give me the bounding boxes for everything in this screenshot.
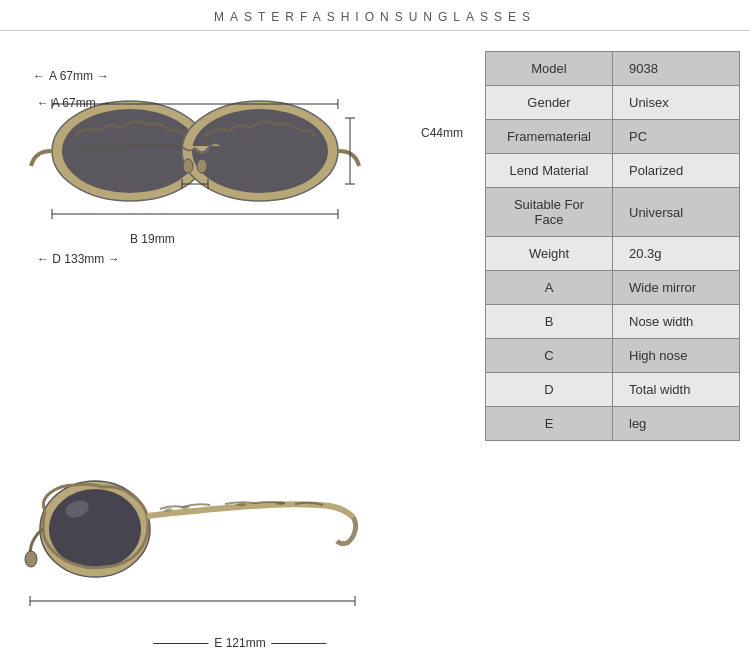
spec-label: C	[486, 339, 613, 373]
spec-label: D	[486, 373, 613, 407]
spec-value: Nose width	[613, 305, 740, 339]
spec-value: Total width	[613, 373, 740, 407]
spec-value: Polarized	[613, 154, 740, 188]
svg-point-5	[197, 159, 207, 173]
left-diagram-section: ← A 67mm →	[0, 31, 480, 666]
spec-label: Suitable For Face	[486, 188, 613, 237]
dim-e-text: E 121mm	[153, 636, 326, 650]
spec-label: A	[486, 271, 613, 305]
dim-c-text: C44mm	[421, 126, 463, 140]
table-row: Suitable For FaceUniversal	[486, 188, 740, 237]
top-view-diagram: ← A 67mm →	[15, 41, 465, 301]
spec-label: Model	[486, 52, 613, 86]
table-row: FramematerialPC	[486, 120, 740, 154]
spec-value: High nose	[613, 339, 740, 373]
spec-label: Lend Material	[486, 154, 613, 188]
spec-label: E	[486, 407, 613, 441]
table-row: CHigh nose	[486, 339, 740, 373]
spec-label: Framematerial	[486, 120, 613, 154]
table-row: Model9038	[486, 52, 740, 86]
main-content: ← A 67mm →	[0, 31, 750, 666]
spec-value: Unisex	[613, 86, 740, 120]
dim-b-text: B 19mm	[130, 232, 175, 246]
table-row: DTotal width	[486, 373, 740, 407]
spec-value: Wide mirror	[613, 271, 740, 305]
table-row: Eleg	[486, 407, 740, 441]
table-row: GenderUnisex	[486, 86, 740, 120]
spec-value: PC	[613, 120, 740, 154]
dim-d-text: ← D 133mm →	[37, 252, 120, 266]
specifications-table: Model9038GenderUnisexFramematerialPCLend…	[485, 51, 740, 441]
spec-value: leg	[613, 407, 740, 441]
glasses-side-svg	[15, 461, 365, 621]
table-row: BNose width	[486, 305, 740, 339]
specs-table-section: Model9038GenderUnisexFramematerialPCLend…	[480, 31, 750, 666]
dim-a-text: ← A 67mm →	[37, 96, 111, 110]
spec-label: Gender	[486, 86, 613, 120]
side-view-diagram: E 121mm	[15, 456, 465, 656]
brand-title: MASTERFASHIONSUNGLASSES	[214, 10, 536, 24]
spec-value: Universal	[613, 188, 740, 237]
table-row: AWide mirror	[486, 271, 740, 305]
spec-label: Weight	[486, 237, 613, 271]
svg-point-4	[183, 159, 193, 173]
glasses-top-svg	[25, 66, 365, 251]
spec-value: 9038	[613, 52, 740, 86]
svg-point-19	[49, 489, 141, 569]
spec-label: B	[486, 305, 613, 339]
spec-value: 20.3g	[613, 237, 740, 271]
svg-point-20	[25, 551, 37, 567]
table-row: Weight20.3g	[486, 237, 740, 271]
header-bar: MASTERFASHIONSUNGLASSES	[0, 0, 750, 31]
table-row: Lend MaterialPolarized	[486, 154, 740, 188]
